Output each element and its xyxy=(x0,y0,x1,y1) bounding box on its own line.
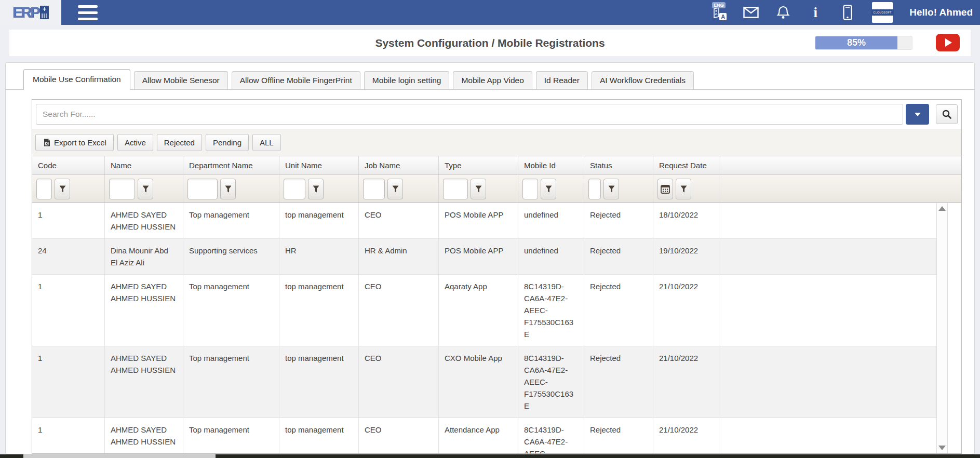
cell-type: Aqaraty App xyxy=(439,275,518,346)
active-button[interactable]: Active xyxy=(117,134,153,151)
column-header-unit-name[interactable]: Unit Name xyxy=(279,156,359,174)
erp-logo[interactable]: ERP xyxy=(0,0,61,25)
cell-status: Rejected xyxy=(584,418,653,453)
column-header-request-date[interactable]: Request Date xyxy=(653,156,719,174)
column-header-mobile-id[interactable]: Mobile Id xyxy=(518,156,584,174)
search-input[interactable] xyxy=(36,104,903,125)
table-row[interactable]: 1AHMED SAYED AHMED HUSSIENTop management… xyxy=(32,418,936,453)
language-switch-icon[interactable]: ENG A xyxy=(711,4,727,21)
info-icon[interactable]: i xyxy=(808,4,823,21)
filter-input-name[interactable] xyxy=(109,179,135,199)
all-button[interactable]: ALL xyxy=(252,134,281,151)
filter-input-mobile-id[interactable] xyxy=(522,179,538,199)
tab-allow-offline-mobile-fingerprint[interactable]: Allow Offline Mobile FingerPrint xyxy=(232,71,360,89)
filter-button-request-date[interactable] xyxy=(676,179,691,199)
filter-cell-status xyxy=(584,175,653,203)
mobile-phone-icon[interactable] xyxy=(840,4,855,21)
export-to-excel-button[interactable]: Export to Excel xyxy=(35,134,114,151)
filter-button-type[interactable] xyxy=(471,179,486,199)
grid-body: 1AHMED SAYED AHMED HUSSIENTop management… xyxy=(32,203,961,453)
tab-allow-mobile-senesor[interactable]: Allow Mobile Senesor xyxy=(134,71,228,89)
scroll-up-button[interactable] xyxy=(938,206,946,211)
search-dropdown-button[interactable] xyxy=(906,104,929,125)
cell-unit-name: top management xyxy=(279,275,359,346)
filter-cell-mobile-id xyxy=(518,175,584,203)
column-header-job-name[interactable]: Job Name xyxy=(359,156,439,174)
cell-code: 1 xyxy=(32,275,105,346)
search-button[interactable] xyxy=(936,104,958,124)
filter-button-code[interactable] xyxy=(55,179,70,199)
filter-input-unit-name[interactable] xyxy=(284,179,305,199)
main-panel: Mobile Use ConfirmationAllow Mobile Sene… xyxy=(5,62,975,454)
column-header-code[interactable]: Code xyxy=(32,156,105,174)
button-label: Active xyxy=(125,138,146,147)
tab-mobile-login-setting[interactable]: Mobile login setting xyxy=(364,71,450,89)
filter-input-code[interactable] xyxy=(36,179,52,199)
filter-funnel-icon xyxy=(392,185,399,193)
cell-empty xyxy=(719,203,936,238)
cell-request-date: 21/10/2022 xyxy=(653,418,719,453)
table-row[interactable]: 1AHMED SAYED AHMED HUSSIENTop management… xyxy=(32,346,936,418)
horizontal-scrollbar[interactable] xyxy=(0,454,980,458)
filter-button-name[interactable] xyxy=(138,179,153,199)
tab-ai-workflow-credentials[interactable]: AI Workflow Credentials xyxy=(592,71,694,89)
language-letter: A xyxy=(719,13,727,20)
mail-icon[interactable] xyxy=(743,4,759,21)
cell-type: CXO Mobile App xyxy=(439,346,518,417)
filter-button-unit-name[interactable] xyxy=(308,179,324,199)
column-header-name[interactable]: Name xyxy=(105,156,183,174)
cell-department-name: Top management xyxy=(183,275,279,346)
search-icon xyxy=(942,109,952,119)
filter-button-job-name[interactable] xyxy=(387,179,403,199)
filter-input-department-name[interactable] xyxy=(187,179,218,199)
video-play-button[interactable] xyxy=(936,34,960,51)
filter-cell-job-name xyxy=(359,175,439,203)
column-header-type[interactable]: Type xyxy=(439,156,518,174)
table-row[interactable]: 1AHMED SAYED AHMED HUSSIENTop management… xyxy=(32,275,936,346)
filter-input-job-name[interactable] xyxy=(363,179,385,199)
rejected-button[interactable]: Rejected xyxy=(157,134,202,151)
cell-request-date: 21/10/2022 xyxy=(653,346,719,417)
column-header-status[interactable]: Status xyxy=(584,156,653,174)
tab-mobile-app-video[interactable]: Mobile App Video xyxy=(453,71,532,89)
filter-funnel-icon xyxy=(680,185,687,193)
cell-status: Rejected xyxy=(584,203,653,238)
scroll-down-button[interactable] xyxy=(938,446,946,450)
column-header-empty[interactable] xyxy=(719,156,961,174)
filter-cell-request-date xyxy=(653,175,719,203)
date-picker-button-request-date[interactable] xyxy=(657,179,673,199)
pending-button[interactable]: Pending xyxy=(206,134,249,151)
cell-request-date: 21/10/2022 xyxy=(653,275,719,346)
page-header: System Configuration / Mobile Registrati… xyxy=(9,30,971,56)
filter-cell-unit-name xyxy=(279,175,359,203)
cell-department-name: Top management xyxy=(183,346,279,417)
filter-button-status[interactable] xyxy=(603,179,619,199)
search-row xyxy=(32,100,961,129)
cell-type: POS Mobile APP xyxy=(439,203,518,238)
button-label: ALL xyxy=(260,138,274,147)
horizontal-scrollbar-thumb[interactable] xyxy=(23,454,216,458)
filter-funnel-icon xyxy=(59,185,66,193)
table-row[interactable]: 24Dina Mounir Abd El Aziz AliSupporting … xyxy=(32,239,936,275)
tab-id-reader[interactable]: Id Reader xyxy=(536,71,588,89)
menu-toggle-button[interactable] xyxy=(78,5,98,20)
language-badge: ENG xyxy=(712,2,726,8)
column-header-department-name[interactable]: Department Name xyxy=(183,156,279,174)
filter-button-mobile-id[interactable] xyxy=(541,179,556,199)
tab-mobile-use-confirmation[interactable]: Mobile Use Confirmation xyxy=(23,69,130,90)
filter-input-status[interactable] xyxy=(588,179,601,199)
cell-type: POS Mobile APP xyxy=(439,239,518,274)
table-row[interactable]: 1AHMED SAYED AHMED HUSSIENTop management… xyxy=(32,203,936,239)
filter-input-type[interactable] xyxy=(443,179,468,199)
filter-button-department-name[interactable] xyxy=(220,179,236,199)
company-logo[interactable]: CLOUDSOFT xyxy=(872,2,893,23)
vertical-scrollbar[interactable] xyxy=(936,203,948,453)
button-label: Export to Excel xyxy=(54,138,106,147)
cell-name: AHMED SAYED AHMED HUSSIEN xyxy=(105,203,183,238)
cell-request-date: 19/10/2022 xyxy=(653,239,719,274)
cell-code: 1 xyxy=(32,203,105,238)
cell-request-date: 18/10/2022 xyxy=(653,203,719,238)
cell-mobile-id: undefined xyxy=(518,239,584,274)
cell-unit-name: top management xyxy=(279,346,359,417)
notifications-bell-icon[interactable] xyxy=(775,4,791,21)
